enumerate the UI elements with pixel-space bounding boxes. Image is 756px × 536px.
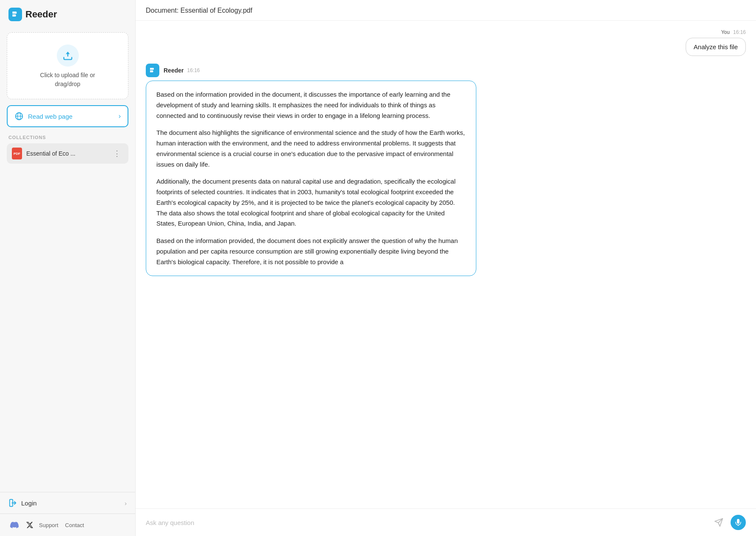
user-sender: You [721, 29, 730, 35]
reeder-avatar [146, 64, 159, 77]
collection-menu-button[interactable]: ⋮ [111, 148, 123, 159]
read-web-page-label: Read web page [28, 113, 72, 120]
upload-label: Click to upload file or drag/drop [40, 71, 95, 89]
sidebar: Reeder Click to upload file or drag/drop… [0, 0, 136, 536]
globe-icon [14, 112, 24, 121]
reeder-paragraph-2: The document also highlights the signifi… [156, 128, 466, 170]
reeder-paragraph-4: Based on the information provided, the d… [156, 236, 466, 267]
document-header: Document: Essential of Ecology.pdf [136, 0, 756, 21]
upload-icon-wrap [57, 45, 79, 67]
reeder-bubble: Based on the information provided in the… [146, 81, 476, 276]
contact-link[interactable]: Contact [65, 522, 84, 528]
question-input[interactable] [146, 519, 707, 526]
collection-item[interactable]: PDF Essential of Eco ... ⋮ [7, 143, 128, 164]
login-icon [8, 498, 18, 508]
discord-icon[interactable] [8, 519, 20, 531]
reeder-paragraph-1: Based on the information provided in the… [156, 89, 466, 121]
twitter-icon[interactable] [24, 519, 36, 531]
support-link[interactable]: Support [39, 522, 58, 528]
collections-label: COLLECTIONS [0, 135, 135, 143]
reeder-sender: Reeder [164, 67, 183, 74]
logo-icon [8, 8, 22, 21]
login-button[interactable]: Login › [0, 492, 135, 514]
app-title: Reeder [25, 9, 57, 20]
user-message-meta: You 16:16 [721, 29, 746, 35]
collection-name: Essential of Eco ... [26, 150, 106, 157]
main-panel: Document: Essential of Ecology.pdf You 1… [136, 0, 756, 536]
reeder-message-wrap: Reeder 16:16 Based on the information pr… [146, 64, 476, 276]
sidebar-bottom: Login › Support Contact [0, 492, 135, 536]
pdf-icon: PDF [12, 148, 22, 159]
reeder-paragraph-3: Additionally, the document presents data… [156, 176, 466, 229]
read-web-page-button[interactable]: Read web page › [7, 105, 128, 127]
reeder-message-header: Reeder 16:16 [146, 64, 200, 77]
user-message-time: 16:16 [733, 29, 746, 35]
input-area [136, 508, 756, 536]
chat-area: You 16:16 Analyze this file Reeder 16:16… [136, 21, 756, 508]
logo-area: Reeder [0, 0, 135, 28]
mic-button[interactable] [731, 515, 746, 530]
microphone-icon [734, 519, 742, 526]
upload-icon [62, 50, 74, 61]
user-message-wrap: You 16:16 Analyze this file [146, 29, 746, 56]
user-bubble: Analyze this file [686, 38, 746, 56]
chevron-right-icon: › [119, 112, 121, 120]
reeder-message-time: 16:16 [187, 67, 200, 73]
upload-area[interactable]: Click to upload file or drag/drop [7, 32, 128, 99]
chevron-right-login-icon: › [125, 500, 127, 507]
send-icon [714, 518, 723, 527]
footer-links: Support Contact [0, 514, 135, 536]
login-label: Login [21, 500, 37, 507]
send-button[interactable] [711, 515, 726, 530]
